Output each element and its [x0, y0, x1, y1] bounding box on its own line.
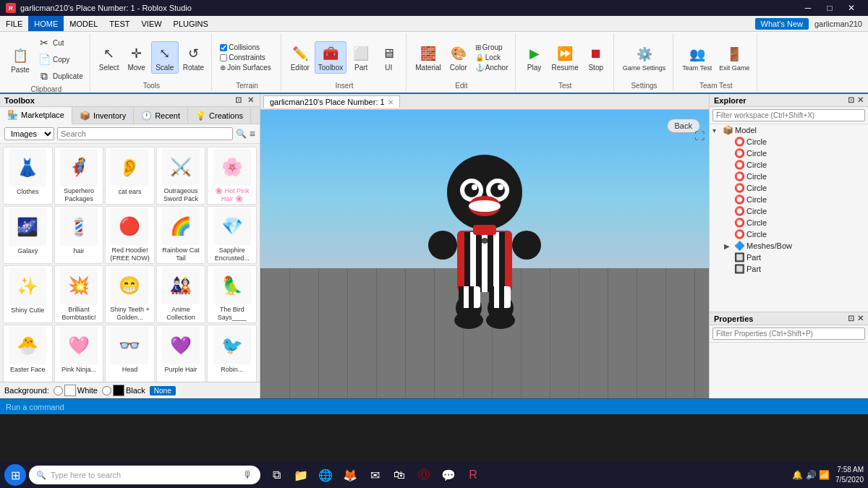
properties-close-btn[interactable]: ✕	[857, 314, 864, 323]
list-item[interactable]: 👂 cat ears	[105, 147, 155, 205]
list-item[interactable]: 👗 Clothes	[3, 147, 53, 205]
bg-none-button[interactable]: None	[150, 386, 176, 395]
ribbon-editor-button[interactable]: ✏️ Editor	[287, 42, 313, 73]
task-view-button[interactable]: ⧉	[266, 465, 286, 485]
tab-creations[interactable]: 💡 Creations	[188, 107, 251, 124]
ribbon-constraints-button[interactable]: Constraints	[218, 53, 273, 62]
list-item[interactable]: 💜 Purple Hair	[156, 325, 206, 382]
ribbon-group-button[interactable]: ⊞ Group	[473, 43, 511, 52]
minimize-button[interactable]: ─	[797, 0, 819, 16]
viewport-area[interactable]: Back ⛶	[260, 110, 709, 398]
mail-button[interactable]: ✉	[365, 465, 385, 485]
tab-recent[interactable]: 🕐 Recent	[134, 107, 188, 124]
ribbon-rotate-button[interactable]: ↺ Rotate	[180, 42, 207, 73]
tab-marketplace[interactable]: 🏪 Marketplace	[0, 107, 72, 124]
ribbon-move-button[interactable]: ✛ Move	[124, 42, 150, 73]
close-button[interactable]: ✕	[841, 0, 862, 16]
start-button[interactable]: ⊞	[4, 464, 26, 486]
ribbon-color-button[interactable]: 🎨 Color	[446, 42, 472, 73]
list-item[interactable]: 💥 Brilliant Bombtastic!	[54, 265, 104, 323]
tree-expand-icon[interactable]: ▾	[712, 127, 721, 134]
list-item[interactable]: 🔴 Red Hoodie! (FREE NOW)	[105, 206, 155, 264]
store-button[interactable]: 🛍	[389, 465, 409, 485]
list-item[interactable]: 🦜 The Bird Says____	[207, 265, 257, 323]
list-item[interactable]: ✨ Shiny Cutie	[3, 265, 53, 323]
ribbon-duplicate-button[interactable]: ⧉ Duplicate	[35, 68, 85, 84]
meshes-bow-expand[interactable]: ▶	[724, 242, 733, 250]
explorer-float-btn[interactable]: ⊡	[848, 95, 854, 105]
bg-white-radio[interactable]	[54, 386, 63, 395]
ribbon-play-button[interactable]: ▶ Play	[522, 42, 548, 73]
microphone-icon[interactable]: 🎙	[243, 469, 253, 481]
file-explorer-button[interactable]: 📁	[291, 465, 311, 485]
list-item[interactable]: 🐣 Easter Face	[3, 325, 53, 382]
tree-item[interactable]: ▾ 📦 Model	[710, 124, 868, 136]
list-item[interactable]: 🦸 Superhero Packages	[54, 147, 104, 205]
whats-new-button[interactable]: What's New	[755, 18, 809, 30]
ribbon-paste-button[interactable]: 📋 Paste	[7, 44, 33, 75]
list-item[interactable]: ⚔️ Outrageous Sword Pack	[156, 147, 206, 205]
tree-item[interactable]: ⭕ Circle	[710, 136, 868, 147]
ribbon-stop-button[interactable]: ⏹ Stop	[583, 42, 609, 73]
ribbon-scale-button[interactable]: ⤡ Scale	[151, 41, 179, 74]
collisions-checkbox[interactable]	[220, 44, 227, 51]
ribbon-part-button[interactable]: ⬜ Part	[348, 42, 374, 73]
list-item[interactable]: 🌸 🌸 Hot Pink Hair 🌸	[207, 147, 257, 205]
constraints-checkbox[interactable]	[220, 54, 227, 61]
ribbon-resume-button[interactable]: ⏩ Resume	[549, 42, 582, 73]
list-item[interactable]: 👓 Head	[105, 325, 155, 382]
tree-item[interactable]: ⭕ Circle	[710, 182, 868, 194]
ribbon-join-surfaces-button[interactable]: ⊕ Join Surfaces	[218, 63, 273, 72]
menu-model[interactable]: MODEL	[64, 16, 103, 31]
properties-filter-input[interactable]	[712, 328, 865, 340]
edge-button[interactable]: 🌐	[315, 465, 336, 485]
list-item[interactable]: 🌈 Rainbow Cat Tail	[156, 206, 206, 264]
ribbon-anchor-button[interactable]: ⚓ Anchor	[473, 63, 511, 72]
tree-item[interactable]: ⭕ Circle	[710, 171, 868, 182]
menu-file[interactable]: FILE	[0, 16, 28, 31]
tree-item[interactable]: ▶ 🔷 Meshes/Bow	[710, 240, 868, 252]
taskbar-search[interactable]: 🔍 Type here to search 🎙	[29, 466, 260, 484]
roblox-taskbar-icon[interactable]: R	[463, 465, 483, 485]
search-type-dropdown[interactable]: Images Models Audio Meshes Plugins	[4, 127, 54, 140]
ribbon-copy-button[interactable]: 📄 Copy	[35, 51, 85, 67]
properties-float-btn[interactable]: ⊡	[848, 314, 854, 323]
ribbon-collisions-button[interactable]: Collisions	[218, 43, 273, 52]
list-item[interactable]: 😁 Shiny Teeth + Golden...	[105, 265, 155, 323]
menu-home[interactable]: HOME	[28, 16, 64, 31]
search-icon[interactable]: 🔍	[236, 129, 247, 139]
explorer-close-btn[interactable]: ✕	[857, 95, 864, 105]
toolbox-close-button[interactable]: ✕	[246, 95, 255, 105]
viewport-tab[interactable]: garlicman210's Place Number: 1 ✕	[263, 95, 400, 108]
ribbon-team-test-button[interactable]: 👥 Team Test	[679, 43, 715, 73]
list-item[interactable]: 🌌 Galaxy	[3, 206, 53, 264]
menu-plugins[interactable]: PLUGINS	[168, 16, 214, 31]
ribbon-toolbox-button[interactable]: 🧰 Toolbox	[315, 41, 346, 74]
tree-item[interactable]: ⭕ Circle	[710, 147, 868, 159]
ribbon-lock-button[interactable]: 🔒 Lock	[473, 53, 511, 62]
filter-icon[interactable]: ≡	[250, 128, 255, 140]
ribbon-ui-button[interactable]: 🖥 UI	[375, 42, 401, 73]
list-item[interactable]: 🐦 Robin...	[207, 325, 257, 382]
bg-black-radio[interactable]	[102, 386, 111, 395]
toolbox-float-button[interactable]: ⊡	[234, 95, 243, 105]
viewport-tab-close[interactable]: ✕	[388, 98, 393, 106]
menu-view[interactable]: VIEW	[135, 16, 167, 31]
ribbon-select-button[interactable]: ↖ Select	[96, 42, 122, 73]
tree-item[interactable]: ⭕ Circle	[710, 205, 868, 217]
opera-button[interactable]: Ⓞ	[414, 465, 434, 485]
tree-item[interactable]: ⭕ Circle	[710, 159, 868, 171]
ribbon-cut-button[interactable]: ✂ Cut	[35, 35, 85, 51]
tree-item[interactable]: ⭕ Circle	[710, 194, 868, 205]
ribbon-material-button[interactable]: 🧱 Material	[412, 42, 444, 73]
explorer-filter-input[interactable]	[712, 109, 865, 121]
ribbon-exit-game-button[interactable]: 🚪 Exit Game	[716, 43, 752, 73]
list-item[interactable]: 💈 hair	[54, 206, 104, 264]
viewport-maximize-icon[interactable]: ⛶	[694, 130, 705, 142]
tree-item[interactable]: 🔲 Part	[710, 263, 868, 275]
tree-item[interactable]: ⭕ Circle	[710, 228, 868, 240]
list-item[interactable]: 💎 Sapphire Encrusted...	[207, 206, 257, 264]
ribbon-game-settings-button[interactable]: ⚙️ Game Settings	[620, 43, 669, 73]
firefox-button[interactable]: 🦊	[340, 465, 360, 485]
discord-button[interactable]: 💬	[438, 465, 459, 485]
